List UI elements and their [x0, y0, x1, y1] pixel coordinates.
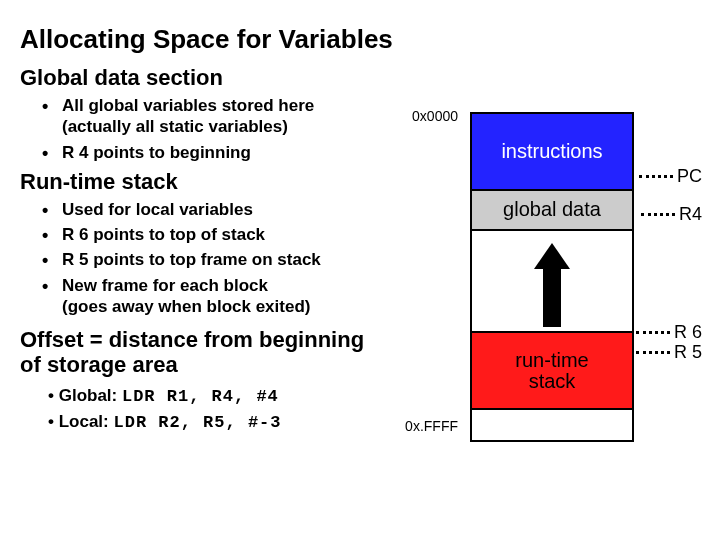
slide-title: Allocating Space for Variables	[20, 24, 700, 55]
example-global: • Global: LDR R1, R4, #4	[48, 386, 400, 406]
ex-global-label: Global:	[59, 386, 122, 405]
offset-block: Offset = distance from beginning of stor…	[20, 327, 400, 432]
segment-runtime-stack: run-time stack	[472, 333, 632, 410]
segment-instructions: instructions	[472, 114, 632, 191]
section-global-heading: Global data section	[20, 65, 400, 91]
pointer-r6: R 6	[636, 322, 702, 343]
address-bottom: 0x.FFFF	[405, 418, 458, 434]
arrow-shaft	[543, 267, 561, 327]
runtime-bullet-2: R 6 points to top of stack	[48, 224, 400, 245]
global-b1-line1: All global variables stored here	[62, 95, 400, 116]
global-bullets: All global variables stored here (actual…	[20, 95, 400, 163]
runtime-b4-line1: New frame for each block	[62, 275, 400, 296]
pc-label: PC	[677, 166, 702, 187]
segment-footer-gap	[472, 410, 632, 440]
rts-line2: stack	[529, 370, 576, 392]
r5-label: R 5	[674, 342, 702, 363]
example-local: • Local: LDR R2, R5, #-3	[48, 412, 400, 432]
left-column: Global data section All global variables…	[20, 65, 400, 432]
segment-gap	[472, 231, 632, 334]
dash-icon	[636, 331, 670, 334]
ex-global-code: LDR R1, R4, #4	[122, 387, 279, 406]
arrow-up-icon	[534, 243, 570, 269]
offset-heading: Offset = distance from beginning of stor…	[20, 327, 400, 378]
dash-icon	[639, 175, 673, 178]
slide: Allocating Space for Variables Global da…	[0, 0, 720, 540]
runtime-bullet-4: New frame for each block (goes away when…	[48, 275, 400, 318]
dash-icon	[641, 213, 675, 216]
runtime-bullet-1: Used for local variables	[48, 199, 400, 220]
pointer-pc: PC	[639, 166, 702, 187]
dash-icon	[636, 351, 670, 354]
pointer-r4: R4	[641, 204, 702, 225]
runtime-b4-line2: (goes away when block exited)	[62, 296, 400, 317]
address-top: 0x0000	[412, 108, 458, 124]
section-runtime-heading: Run-time stack	[20, 169, 400, 195]
code-examples: • Global: LDR R1, R4, #4 • Local: LDR R2…	[20, 386, 400, 432]
pointer-r5: R 5	[636, 342, 702, 363]
global-bullet-1: All global variables stored here (actual…	[48, 95, 400, 138]
memory-column: instructions global data run-time stack	[470, 112, 634, 442]
runtime-bullet-3: R 5 points to top frame on stack	[48, 249, 400, 270]
ex-local-label: Local:	[59, 412, 114, 431]
r6-label: R 6	[674, 322, 702, 343]
rts-line1: run-time	[515, 349, 588, 371]
offset-heading-l1: Offset = distance from beginning	[20, 327, 364, 352]
segment-global-data: global data	[472, 191, 632, 231]
memory-diagram: instructions global data run-time stack	[470, 112, 634, 442]
ex-local-code: LDR R2, R5, #-3	[113, 413, 281, 432]
r4-label: R4	[679, 204, 702, 225]
global-b1-line2: (actually all static variables)	[62, 116, 400, 137]
offset-heading-l2: of storage area	[20, 352, 178, 377]
global-bullet-2: R 4 points to beginning	[48, 142, 400, 163]
runtime-bullets: Used for local variables R 6 points to t…	[20, 199, 400, 317]
